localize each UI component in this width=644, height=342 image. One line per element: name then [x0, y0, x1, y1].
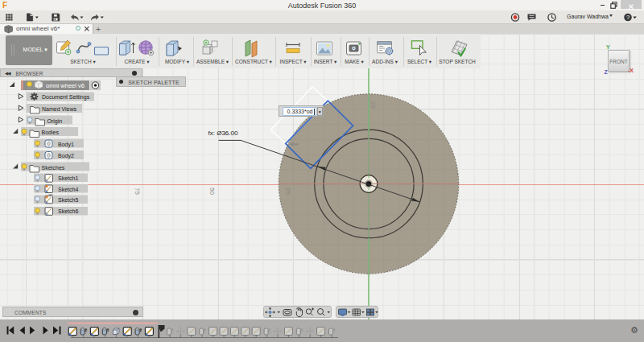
svg-text:Named Views: Named Views [42, 106, 77, 112]
svg-text:Body2: Body2 [58, 153, 74, 159]
svg-text:Bodies: Bodies [42, 130, 60, 135]
svg-text:Sketch5: Sketch5 [58, 197, 78, 203]
svg-text:Origin: Origin [47, 118, 63, 125]
svg-text:Sketches: Sketches [42, 165, 65, 171]
svg-text:omni wheel v6: omni wheel v6 [46, 82, 85, 89]
svg-text:Sketch4: Sketch4 [58, 187, 78, 192]
svg-text:?: ? [626, 14, 630, 21]
svg-text:Sketch1: Sketch1 [58, 175, 78, 181]
svg-text:Document Settings: Document Settings [42, 94, 90, 101]
svg-text:Body1: Body1 [58, 142, 74, 148]
svg-text:Sketch6: Sketch6 [58, 208, 78, 214]
